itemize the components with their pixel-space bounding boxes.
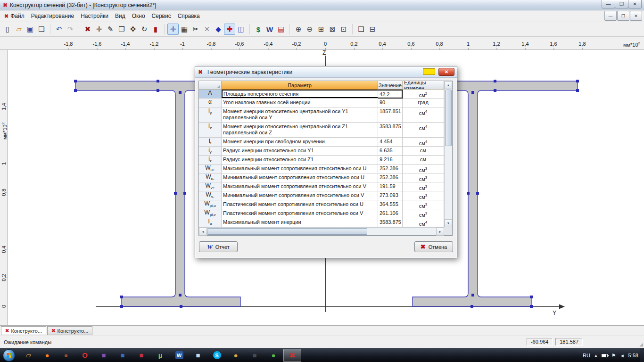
- grid-icon[interactable]: ▦: [179, 24, 190, 35]
- menu-item[interactable]: Окно: [129, 11, 149, 21]
- menu-item[interactable]: Вид: [112, 11, 129, 21]
- document-tab[interactable]: ✖Конструкто...: [47, 326, 92, 335]
- section-table-icon[interactable]: ◫: [235, 24, 247, 35]
- purple-app-icon[interactable]: ■: [95, 349, 113, 362]
- table-row[interactable]: Wu+Максимальный момент сопротивления отн…: [199, 165, 444, 173]
- table-row[interactable]: Wu-Минимальный момент сопротивления отно…: [199, 173, 444, 182]
- report-button[interactable]: W Отчет: [199, 241, 238, 252]
- header-symbol-column[interactable]: [199, 81, 222, 90]
- table-row[interactable]: Wv-Минимальный момент сопротивления отно…: [199, 191, 444, 200]
- table-row[interactable]: Wpl,vПластический момент сопротивления о…: [199, 209, 444, 218]
- menu-item[interactable]: Справка: [174, 11, 203, 21]
- save-icon[interactable]: ▣: [25, 24, 36, 35]
- zoom-out-icon[interactable]: ⊖: [304, 24, 315, 35]
- zoom-all-icon[interactable]: ⊠: [327, 24, 338, 35]
- new-window-icon[interactable]: ❑: [355, 24, 367, 35]
- table-row[interactable]: izРадиус инерции относительно оси Z19.21…: [199, 156, 444, 165]
- menu-item[interactable]: Настройки: [77, 11, 112, 21]
- cost-icon[interactable]: $: [253, 24, 264, 35]
- scroll-right-button[interactable]: ►: [436, 228, 444, 236]
- redo-icon[interactable]: ↷: [65, 24, 76, 35]
- section-editor-icon[interactable]: ✖: [283, 349, 301, 362]
- document-tab[interactable]: ✖Конструкто...: [1, 326, 46, 335]
- table-row[interactable]: IyМомент инерции относительно центрально…: [199, 107, 444, 123]
- add-node-icon[interactable]: ✚: [224, 24, 235, 35]
- crosshair-icon[interactable]: ✛: [93, 24, 105, 35]
- mdi-close-button[interactable]: ✕: [630, 11, 642, 21]
- opera-icon[interactable]: O: [76, 349, 94, 362]
- table-row[interactable]: IzМомент инерции относительно центрально…: [199, 123, 444, 138]
- firefox-icon[interactable]: ●: [38, 349, 56, 362]
- delete-icon[interactable]: ✖: [82, 24, 93, 35]
- open-folder-icon[interactable]: ▱: [13, 24, 25, 35]
- battery-icon[interactable]: [602, 354, 608, 357]
- table-row[interactable]: iyРадиус инерции относительно оси Y16.63…: [199, 147, 444, 156]
- calculator-icon[interactable]: ⊟: [367, 24, 378, 35]
- header-parameter[interactable]: Параметр: [222, 81, 378, 90]
- select-frame-icon[interactable]: ❏: [36, 24, 47, 35]
- resize-grip[interactable]: ◢: [639, 342, 643, 347]
- dialog-dots-button[interactable]: .....: [423, 68, 435, 75]
- mdi-minimize-button[interactable]: —: [604, 11, 617, 21]
- dialog-title-bar[interactable]: ✖ Геометрические характеристики: [195, 66, 457, 78]
- table-row[interactable]: Wv+Максимальный момент сопротивления отн…: [199, 182, 444, 191]
- zoom-in-icon[interactable]: ⊕: [293, 24, 304, 35]
- table-row[interactable]: ItМомент инерции при свободном кручении4…: [199, 138, 444, 147]
- table-row[interactable]: αУгол наклона главных осей инерции90град: [199, 99, 444, 107]
- clock[interactable]: 5:58: [628, 353, 638, 358]
- menu-item[interactable]: Редактирование: [28, 11, 77, 21]
- zoom-window-icon[interactable]: ⊞: [315, 24, 327, 35]
- dark-app-icon[interactable]: ■: [246, 349, 264, 362]
- move-icon[interactable]: ✥: [127, 24, 139, 35]
- media-app-icon[interactable]: ●: [57, 349, 75, 362]
- zoom-extents-icon[interactable]: ⊡: [338, 24, 349, 35]
- vertical-scroll-thumb[interactable]: [445, 90, 452, 146]
- cancel-button[interactable]: ✖ Отмена: [414, 241, 453, 252]
- title-bar[interactable]: ✖ Конструктор сечений (32-бит) - [Констр…: [0, 0, 644, 10]
- scroll-down-button[interactable]: ▼: [445, 219, 452, 227]
- materials-icon[interactable]: ▤: [275, 24, 287, 35]
- snap-node-icon[interactable]: ✛: [167, 24, 179, 35]
- mirror-icon[interactable]: ▮: [150, 24, 161, 35]
- explorer-icon[interactable]: ▱: [19, 349, 37, 362]
- maximize-button[interactable]: ❐: [615, 0, 628, 8]
- minimize-button[interactable]: —: [602, 0, 615, 8]
- scroll-up-button[interactable]: ▲: [445, 81, 452, 89]
- undo-icon[interactable]: ↶: [53, 24, 65, 35]
- parameter-edit-box[interactable]: Площадь поперечного сечения: [222, 90, 378, 98]
- start-button[interactable]: [3, 349, 15, 362]
- menu-item[interactable]: Сервис: [149, 11, 174, 21]
- utorrent-icon[interactable]: µ: [151, 349, 169, 362]
- mdi-restore-button[interactable]: ❐: [617, 11, 629, 21]
- table-row[interactable]: AПлощадь поперечного сечения42.2см2: [199, 90, 444, 99]
- word-icon[interactable]: W: [170, 349, 188, 362]
- vertex-icon[interactable]: ◆: [213, 24, 224, 35]
- horizontal-scroll-thumb[interactable]: [207, 228, 367, 235]
- notes-app-icon[interactable]: ■: [132, 349, 150, 362]
- table-row[interactable]: Wpl,uПластический момент сопротивления о…: [199, 200, 444, 209]
- table-row[interactable]: IuМаксимальный момент инерции3583.875см4: [199, 218, 444, 227]
- dialog-close-button[interactable]: ✕: [438, 68, 454, 76]
- copy-icon[interactable]: ❐: [116, 24, 127, 35]
- new-file-icon[interactable]: ▯: [2, 24, 13, 35]
- header-units[interactable]: Единицы измерен: [403, 81, 444, 90]
- skype-icon[interactable]: S: [208, 349, 226, 362]
- blue-app-icon[interactable]: ■: [114, 349, 132, 362]
- green-app-icon[interactable]: ●: [264, 349, 282, 362]
- volume-icon[interactable]: ◄: [620, 353, 625, 358]
- report-word-icon[interactable]: W: [264, 24, 275, 35]
- vertical-scrollbar[interactable]: ▲ ▼: [444, 81, 452, 227]
- action-center-flag-icon[interactable]: ⚑: [611, 353, 616, 359]
- show-desktop-button[interactable]: [640, 348, 644, 362]
- header-value[interactable]: Значение: [378, 81, 403, 90]
- erase-node-icon[interactable]: ✕: [201, 24, 213, 35]
- horizontal-scrollbar[interactable]: ◄ ►: [199, 227, 444, 235]
- trim-icon[interactable]: ✂: [190, 24, 201, 35]
- scroll-left-button[interactable]: ◄: [199, 228, 207, 236]
- hidden-icons-chevron[interactable]: ▲: [594, 354, 598, 358]
- gray-app-icon[interactable]: ■: [189, 349, 207, 362]
- curve-icon[interactable]: ✎: [105, 24, 116, 35]
- horizontal-scroll-track[interactable]: [207, 228, 436, 235]
- rotate-icon[interactable]: ↻: [139, 24, 150, 35]
- language-indicator[interactable]: RU: [583, 353, 590, 358]
